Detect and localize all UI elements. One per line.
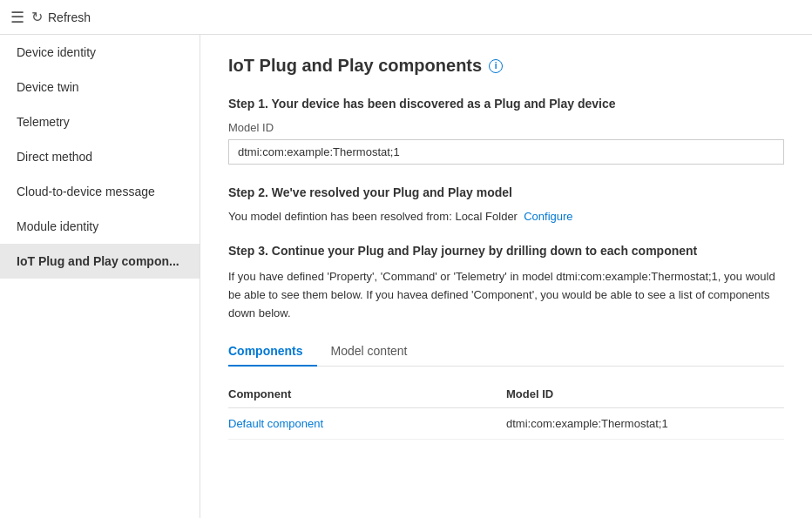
sidebar-item-module-identity[interactable]: Module identity [0, 209, 200, 244]
col-component: Component [228, 380, 506, 408]
step2-description: You model defintion has been resolved fr… [228, 210, 784, 223]
col-model-id: Model ID [506, 380, 784, 408]
step1-title: Step 1. Your device has been discovered … [228, 97, 784, 111]
step3-description: If you have defined 'Property', 'Command… [228, 268, 784, 322]
step1-section: Step 1. Your device has been discovered … [228, 97, 784, 165]
sidebar-item-iot-plug-and-play[interactable]: IoT Plug and Play compon... [0, 244, 200, 279]
step3-title: Step 3. Continue your Plug and Play jour… [228, 244, 784, 258]
top-bar: ☰ ↻ Refresh [0, 0, 812, 35]
refresh-label: Refresh [48, 10, 91, 24]
tabs-bar: Components Model content [228, 336, 784, 367]
row-model-id: dtmi:com:example:Thermostat;1 [506, 408, 784, 440]
sidebar-item-device-identity[interactable]: Device identity [0, 35, 200, 70]
model-id-label: Model ID [228, 121, 784, 134]
info-icon[interactable]: i [489, 59, 503, 73]
refresh-button[interactable]: ↻ Refresh [31, 9, 91, 25]
main-content: IoT Plug and Play components i Step 1. Y… [200, 35, 812, 518]
default-component-link[interactable]: Default component [228, 417, 323, 430]
hamburger-icon[interactable]: ☰ [10, 8, 24, 27]
sidebar-item-telemetry[interactable]: Telemetry [0, 104, 200, 139]
table-row: Default component dtmi:com:example:Therm… [228, 408, 784, 440]
step2-title: Step 2. We've resolved your Plug and Pla… [228, 185, 784, 199]
refresh-icon: ↻ [31, 9, 43, 25]
sidebar-item-device-twin[interactable]: Device twin [0, 70, 200, 104]
tab-components[interactable]: Components [228, 337, 317, 367]
sidebar-item-cloud-to-device-message[interactable]: Cloud-to-device message [0, 174, 200, 209]
page-title: IoT Plug and Play components i [228, 56, 784, 76]
sidebar: Device identity Device twin Telemetry Di… [0, 35, 200, 518]
configure-link[interactable]: Configure [524, 210, 572, 223]
step2-section: Step 2. We've resolved your Plug and Pla… [228, 185, 784, 223]
main-layout: Device identity Device twin Telemetry Di… [0, 35, 812, 518]
step3-section: Step 3. Continue your Plug and Play jour… [228, 244, 784, 440]
components-table: Component Model ID Default component dtm… [228, 380, 784, 440]
sidebar-item-direct-method[interactable]: Direct method [0, 139, 200, 174]
tab-model-content[interactable]: Model content [331, 337, 422, 367]
model-id-value: dtmi:com:example:Thermostat;1 [228, 139, 784, 165]
